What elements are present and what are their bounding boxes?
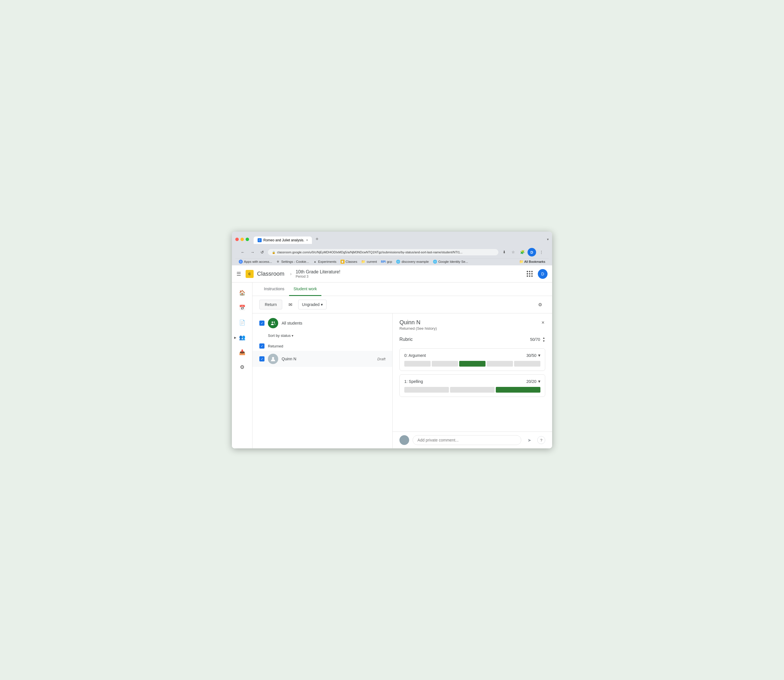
bookmark-experiments[interactable]: ▲ Experiments [313, 260, 337, 264]
rubric-item-spelling-header: 1: Spelling 20/20 ▾ [404, 379, 540, 384]
minimize-traffic-light[interactable] [241, 238, 244, 241]
rubric-header: Rubric 50/70 ▲ ▼ [400, 334, 545, 345]
bookmarks-bar: G Apps with access... ⚙ Settings - Cooki… [235, 258, 549, 265]
all-bookmarks-folder[interactable]: 📁 All Bookmarks [519, 260, 545, 264]
sidebar-expand-icon[interactable]: ▶ [234, 336, 236, 339]
ungraded-dropdown[interactable]: Ungraded ▾ [298, 300, 326, 309]
student-list: ✓ All students [252, 313, 393, 449]
bookmark-settings[interactable]: ⚙ Settings - Cookie... [276, 260, 309, 264]
bar-segment-selected[interactable] [459, 361, 485, 367]
sort-arrow-icon[interactable]: ▾ [292, 334, 293, 338]
rubric-argument-score: 30/50 [526, 353, 536, 358]
all-students-checkbox[interactable]: ✓ [259, 321, 264, 326]
svg-point-2 [272, 321, 273, 323]
all-students-icon [268, 318, 278, 328]
bar-segment-4 [486, 361, 513, 367]
bookmark-classes-icon: 📋 [340, 260, 345, 264]
download-icon[interactable]: ⬇ [500, 248, 508, 256]
detail-student-name: Quinn N [400, 319, 437, 326]
spelling-bar-1 [404, 387, 449, 393]
active-tab[interactable]: C Romeo and Juliet analysis. × [253, 236, 312, 244]
bookmark-settings-label: Settings - Cookie... [281, 260, 309, 263]
bookmark-current-label: current [367, 260, 377, 263]
argument-expand-icon[interactable]: ▾ [538, 353, 540, 358]
sidebar: 🏠 📅 📄 ▶ 👥 📥 ⚙ [232, 283, 252, 449]
student-checkbox[interactable]: ✓ [259, 356, 264, 362]
course-info: 10th Grade Literature! Period 3 [296, 269, 340, 279]
detail-close-button[interactable]: × [538, 318, 548, 327]
bookmark-discovery-icon: 🌐 [396, 260, 400, 264]
sort-label[interactable]: Sort by status [268, 334, 291, 338]
settings-gear-button[interactable]: ⚙ [535, 299, 545, 310]
detail-student-status: Returned (See history) [400, 326, 437, 331]
send-comment-button[interactable]: ➤ [525, 436, 534, 445]
student-submission-status: Draft [378, 357, 386, 361]
sidebar-item-settings[interactable]: ⚙ [235, 360, 249, 374]
spelling-expand-icon[interactable]: ▾ [538, 379, 540, 384]
rubric-title: Rubric [400, 337, 412, 342]
bookmark-gcp-icon: RPI [381, 260, 386, 263]
classroom-app: ☰ C Classroom › 10th Grade Literature! P… [232, 265, 552, 449]
bookmark-discovery-label: discovery example [401, 260, 428, 263]
bookmark-current-icon: 📁 [361, 260, 365, 264]
traffic-lights [235, 238, 249, 241]
bookmark-apps[interactable]: G Apps with access... [239, 260, 272, 264]
return-button[interactable]: Return [259, 300, 282, 309]
help-button[interactable]: ? [537, 436, 545, 444]
sidebar-item-people[interactable]: 👥 [235, 331, 249, 344]
rubric-argument-name: 0: Argument [404, 353, 426, 358]
returned-checkbox[interactable]: ✓ [259, 343, 264, 349]
refresh-button[interactable]: ↺ [258, 248, 266, 256]
bookmark-classes[interactable]: 📋 Classes [340, 260, 357, 264]
rubric-score-stepper[interactable]: ▲ ▼ [542, 336, 545, 343]
svg-point-3 [274, 322, 275, 323]
returned-section-title: Returned [268, 344, 283, 348]
bookmark-discovery[interactable]: 🌐 discovery example [396, 260, 428, 264]
hamburger-menu-icon[interactable]: ☰ [236, 271, 241, 277]
extensions-icon[interactable]: 🧩 [518, 248, 526, 256]
sidebar-item-assignments[interactable]: 📄 [235, 316, 249, 329]
tab-more-button[interactable]: ▾ [547, 237, 549, 241]
student-row[interactable]: ✓ Quinn N Draft [252, 351, 392, 367]
student-name: Quinn N [282, 357, 296, 361]
bookmark-current[interactable]: 📁 current [361, 260, 377, 264]
back-button[interactable]: ← [239, 248, 247, 256]
apps-grid-icon[interactable] [525, 269, 535, 279]
ungraded-label: Ungraded [302, 302, 320, 307]
student-avatar [268, 354, 278, 364]
detail-header: Quinn N Returned (See history) × [393, 313, 552, 334]
tab-close-button[interactable]: × [306, 238, 308, 242]
sidebar-item-archive[interactable]: 📥 [235, 345, 249, 359]
nav-actions: ⬇ ☆ 🧩 D ⋮ [500, 248, 545, 257]
sidebar-item-home[interactable]: 🏠 [235, 286, 249, 300]
rubric-spelling-name: 1: Spelling [404, 379, 423, 384]
tab-instructions[interactable]: Instructions [259, 283, 289, 296]
app-logo: C [246, 270, 253, 278]
address-bar[interactable]: 🔒 classroom.google.com/u/0/c/NjEyMDI4ODI… [268, 249, 498, 255]
bookmark-gcp[interactable]: RPI gcp [381, 260, 392, 263]
close-traffic-light[interactable] [235, 238, 239, 241]
bookmark-experiments-icon: ▲ [313, 260, 317, 264]
bookmark-google-identity[interactable]: 🌐 Google Identity Se... [433, 260, 468, 264]
spelling-bar-selected[interactable] [496, 387, 540, 393]
email-button[interactable]: ✉ [285, 299, 295, 310]
new-tab-button[interactable]: + [313, 235, 321, 244]
forward-button[interactable]: → [249, 248, 257, 256]
bookmark-icon[interactable]: ☆ [509, 248, 517, 256]
rubric-argument-score-row: 30/50 ▾ [526, 353, 540, 358]
bookmark-experiments-label: Experiments [318, 260, 337, 263]
profile-icon[interactable]: D [527, 248, 536, 257]
course-title[interactable]: 10th Grade Literature! [296, 269, 340, 274]
user-avatar[interactable]: D [538, 269, 548, 279]
browser-tabs: C Romeo and Juliet analysis. × + [253, 235, 321, 244]
grid-dots [527, 271, 533, 277]
more-menu-icon[interactable]: ⋮ [537, 248, 545, 256]
comment-input[interactable] [412, 435, 521, 445]
browser-chrome: C Romeo and Juliet analysis. × + ▾ ← → ↺… [232, 231, 552, 265]
bookmark-classes-label: Classes [346, 260, 357, 263]
bar-segment-5 [514, 361, 540, 367]
maximize-traffic-light[interactable] [246, 238, 249, 241]
sidebar-item-calendar[interactable]: 📅 [235, 301, 249, 315]
tab-student-work[interactable]: Student work [289, 283, 322, 296]
rubric-section: Rubric 50/70 ▲ ▼ [393, 334, 552, 431]
